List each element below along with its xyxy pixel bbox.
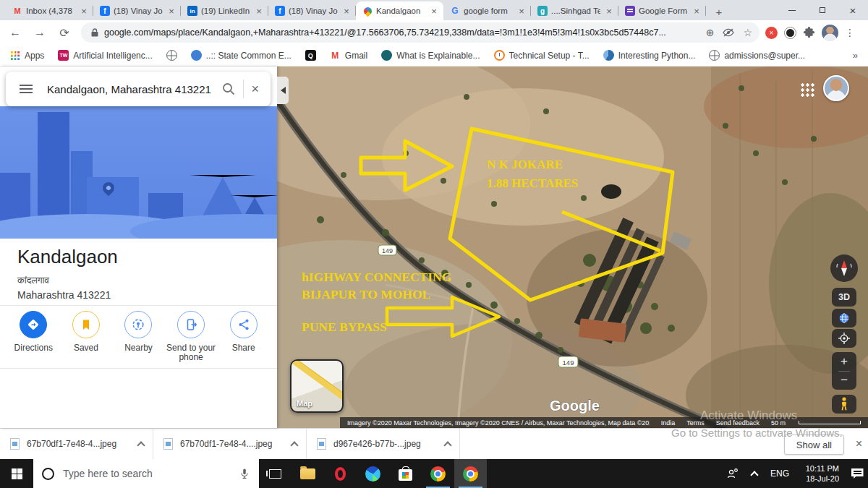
- close-icon[interactable]: ×: [341, 6, 352, 17]
- bookmarks-overflow-icon[interactable]: »: [853, 50, 858, 61]
- bookmark-q[interactable]: Q: [305, 50, 316, 61]
- chevron-up-icon[interactable]: [290, 441, 298, 449]
- share-button[interactable]: Share: [218, 311, 270, 362]
- maps-search-box[interactable]: ×: [6, 72, 271, 106]
- download-item[interactable]: 67b70df1-7e48-4...jpeg: [0, 429, 153, 459]
- microphone-icon[interactable]: [239, 467, 250, 480]
- bookmark-gmail[interactable]: MGmail: [330, 50, 367, 61]
- tab-maps-active[interactable]: Kandalgaon ×: [356, 1, 443, 20]
- globe-view-button[interactable]: [832, 309, 856, 328]
- bookmark-globe[interactable]: [166, 50, 177, 61]
- bookmark-state-common[interactable]: ..:: State Common E...: [191, 50, 292, 61]
- close-icon[interactable]: ×: [692, 6, 702, 17]
- adblock-extension-icon[interactable]: ×: [765, 27, 778, 39]
- my-location-button[interactable]: [832, 329, 856, 348]
- chrome-active-button[interactable]: [454, 459, 487, 488]
- bookmark-artificial-intelligence[interactable]: TWArtificial Intelligenc...: [58, 50, 152, 61]
- minimize-button[interactable]: [777, 0, 807, 20]
- nearby-button[interactable]: Nearby: [112, 311, 164, 362]
- close-icon[interactable]: ×: [166, 6, 176, 17]
- search-input[interactable]: [47, 83, 221, 95]
- 3d-toggle-button[interactable]: 3D: [832, 288, 856, 307]
- browser-menu-icon[interactable]: ⋮: [845, 27, 855, 38]
- language-indicator[interactable]: ENG: [765, 468, 794, 479]
- eye-off-icon[interactable]: [723, 28, 734, 37]
- extensions-puzzle-icon[interactable]: [803, 27, 815, 39]
- clear-search-icon[interactable]: ×: [251, 82, 259, 97]
- bookmark-admissions[interactable]: admissions@super...: [709, 50, 805, 61]
- chevron-left-icon: [281, 87, 286, 94]
- tab-facebook-2[interactable]: f (18) Vinay Jo ×: [268, 1, 356, 20]
- tab-facebook-1[interactable]: f (18) Vinay Jo ×: [93, 1, 181, 20]
- search-icon[interactable]: [221, 82, 236, 96]
- download-item[interactable]: d967e426-b77b-...jpeg: [307, 429, 460, 459]
- action-label: Nearby: [112, 343, 164, 353]
- close-icon[interactable]: ×: [429, 6, 439, 17]
- zoom-in-button[interactable]: +: [832, 353, 856, 371]
- people-icon: [726, 468, 739, 479]
- close-window-button[interactable]: ×: [838, 0, 868, 20]
- bookmark-explainable[interactable]: What is Explainable...: [381, 50, 480, 61]
- windows-logo-icon: [12, 468, 22, 479]
- taskbar-clock[interactable]: 10:11 PM 18-Jul-20: [794, 463, 839, 484]
- address-bar[interactable]: google.com/maps/place/Kandalgaon,+Mahara…: [81, 22, 760, 43]
- route-badge: 149: [378, 245, 396, 255]
- reload-button[interactable]: ⟳: [55, 23, 74, 42]
- file-explorer-button[interactable]: [292, 459, 324, 488]
- tab-google-forms[interactable]: Google Form ×: [618, 1, 706, 20]
- tab-sinhgad[interactable]: g ....Sinhgad Te ×: [531, 1, 618, 20]
- new-tab-button[interactable]: +: [710, 3, 728, 20]
- folder-icon: [300, 468, 315, 479]
- clock-icon: [494, 50, 505, 61]
- tab-linkedin[interactable]: in (19) LinkedIn ×: [181, 1, 268, 20]
- directions-button[interactable]: Directions: [7, 311, 59, 362]
- back-button[interactable]: ←: [6, 23, 25, 42]
- globe-icon: [709, 50, 720, 61]
- bookmark-technical-setup[interactable]: Technical Setup - T...: [494, 50, 590, 61]
- tab-gmail[interactable]: M Inbox (4,378 ×: [6, 1, 93, 20]
- send-to-devices-icon[interactable]: ⊕: [706, 27, 715, 38]
- download-item[interactable]: 67b70df1-7e48-4....jpeg: [153, 429, 307, 459]
- bookmark-interesting-python[interactable]: Interesting Python...: [603, 50, 696, 61]
- close-downloads-icon[interactable]: ×: [856, 437, 862, 450]
- opera-button[interactable]: [324, 459, 357, 488]
- bookmark-star-icon[interactable]: ☆: [743, 27, 752, 38]
- edge-button[interactable]: [357, 459, 389, 488]
- people-button[interactable]: [722, 459, 744, 488]
- extension-icon[interactable]: [784, 27, 796, 39]
- url-text[interactable]: google.com/maps/place/Kandalgaon,+Mahara…: [104, 27, 697, 38]
- send-to-phone-button[interactable]: Send to your phone: [165, 311, 217, 362]
- restore-button[interactable]: [807, 0, 838, 20]
- map-inset-toggle[interactable]: Map: [290, 359, 344, 413]
- saved-button[interactable]: Saved: [60, 311, 112, 362]
- close-icon[interactable]: ×: [79, 6, 89, 17]
- close-icon[interactable]: ×: [604, 6, 614, 17]
- desktop: M Inbox (4,378 × f (18) Vinay Jo × in (1…: [0, 0, 868, 488]
- google-apps-grid-icon[interactable]: [800, 82, 814, 97]
- profile-avatar[interactable]: [822, 25, 838, 41]
- tab-google-form-search[interactable]: G google form ×: [443, 1, 531, 20]
- satellite-map[interactable]: N K JOKARE 1.88 HECTARES hIGHWAY CONNECT…: [277, 67, 868, 428]
- chevron-up-icon[interactable]: [137, 441, 145, 449]
- chevron-up-icon[interactable]: [443, 441, 451, 449]
- menu-hamburger-icon[interactable]: [20, 85, 33, 93]
- microsoft-store-button[interactable]: [389, 459, 422, 488]
- owner-label: N K JOKARE: [487, 158, 563, 171]
- task-view-button[interactable]: [259, 459, 292, 488]
- bookmark-apps[interactable]: Apps: [10, 51, 44, 61]
- close-icon[interactable]: ×: [516, 6, 527, 17]
- taskbar-search-box[interactable]: Type here to search: [33, 459, 259, 488]
- chrome-button[interactable]: [422, 459, 454, 488]
- collapse-panel-button[interactable]: [277, 77, 289, 104]
- close-icon[interactable]: ×: [254, 6, 264, 17]
- bookmark-icon: [79, 317, 93, 332]
- street-view-pegman-button[interactable]: [832, 395, 856, 414]
- zoom-out-button[interactable]: −: [832, 372, 856, 390]
- account-avatar[interactable]: [823, 75, 849, 101]
- forward-button[interactable]: →: [30, 23, 49, 42]
- globe-icon: [166, 50, 177, 61]
- action-center-button[interactable]: [846, 459, 868, 488]
- compass-control[interactable]: [830, 254, 858, 282]
- hidden-icons-button[interactable]: [744, 459, 765, 488]
- start-button[interactable]: [0, 459, 33, 488]
